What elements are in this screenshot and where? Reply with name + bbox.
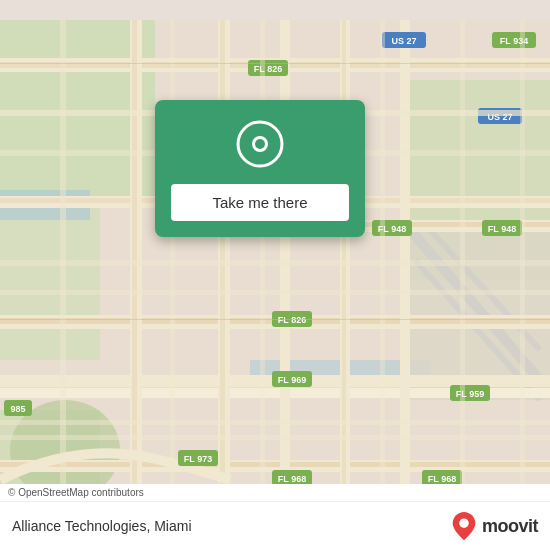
bottom-bar: © OpenStreetMap contributors Alliance Te… xyxy=(0,484,550,550)
location-pin-icon xyxy=(234,120,286,172)
svg-rect-2 xyxy=(0,200,100,360)
svg-point-75 xyxy=(459,518,468,527)
location-card: Take me there xyxy=(155,100,365,237)
svg-text:FL 969: FL 969 xyxy=(278,375,306,385)
svg-rect-62 xyxy=(0,420,550,425)
svg-rect-61 xyxy=(0,290,550,295)
svg-rect-21 xyxy=(0,462,550,467)
svg-text:FL 968: FL 968 xyxy=(428,474,456,484)
take-me-there-button[interactable]: Take me there xyxy=(171,184,349,221)
svg-rect-31 xyxy=(400,20,410,530)
svg-text:FL 968: FL 968 xyxy=(278,474,306,484)
svg-rect-65 xyxy=(170,20,175,530)
svg-rect-71 xyxy=(0,319,550,320)
svg-rect-67 xyxy=(380,20,385,530)
moovit-logo: moovit xyxy=(450,510,538,542)
svg-rect-30 xyxy=(342,20,346,530)
svg-text:FL 973: FL 973 xyxy=(184,454,212,464)
moovit-brand-text: moovit xyxy=(482,516,538,537)
svg-rect-28 xyxy=(280,20,290,530)
svg-point-74 xyxy=(255,139,265,149)
svg-text:FL 948: FL 948 xyxy=(488,224,516,234)
map-attribution: © OpenStreetMap contributors xyxy=(0,484,550,502)
svg-text:985: 985 xyxy=(10,404,25,414)
svg-rect-63 xyxy=(0,435,550,440)
place-name: Alliance Technologies, Miami xyxy=(12,518,192,534)
svg-rect-69 xyxy=(520,20,525,530)
svg-rect-70 xyxy=(0,63,550,64)
svg-rect-66 xyxy=(260,20,265,530)
map-container: US 27 FL 826 US 27 FL 948 FL 948 FL 826 … xyxy=(0,0,550,550)
svg-rect-64 xyxy=(60,20,66,530)
svg-rect-68 xyxy=(460,20,465,530)
place-row: Alliance Technologies, Miami moovit xyxy=(0,502,550,550)
moovit-pin-icon xyxy=(450,510,478,542)
svg-rect-27 xyxy=(220,20,225,530)
svg-rect-60 xyxy=(0,260,550,266)
svg-text:FL 826: FL 826 xyxy=(254,64,282,74)
svg-text:US 27: US 27 xyxy=(391,36,416,46)
